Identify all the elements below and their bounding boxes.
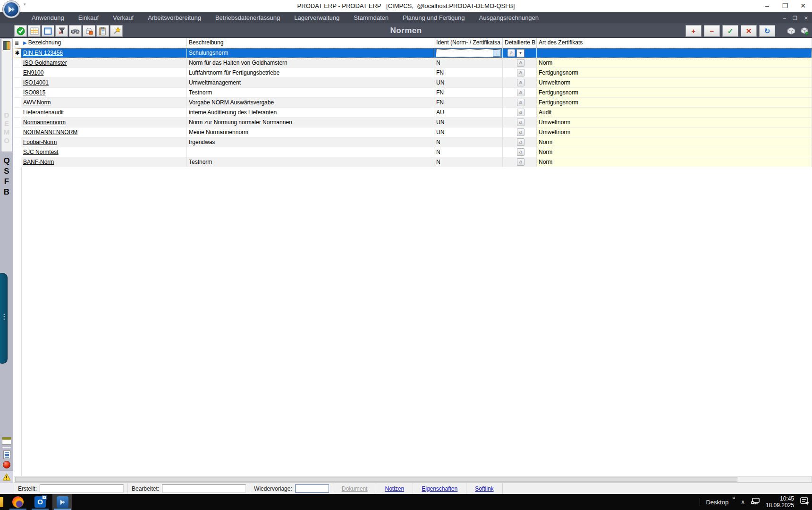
mdi-minimize-button[interactable]: –	[783, 12, 786, 24]
tray-clock[interactable]: 10:45 18.09.2025	[766, 495, 794, 509]
row-marker[interactable]	[14, 118, 21, 128]
detail-text-button[interactable]: a	[517, 89, 524, 96]
cell-art[interactable]: Norm	[537, 147, 812, 157]
ident-edit-input[interactable]: ...	[436, 49, 501, 57]
cell-beschreibung[interactable]: Luftfahrtnorm für Fertigungsbetriebe	[187, 68, 434, 78]
cell-detailierte[interactable]: a	[503, 108, 537, 118]
row-marker[interactable]	[14, 88, 21, 98]
cell-beschreibung[interactable]: Schulungsnorm	[187, 48, 434, 58]
table-row[interactable]: Lieferantenauditinterne Auditierung des …	[14, 108, 812, 118]
collapsed-panel-handle[interactable]: ●●●	[0, 273, 8, 364]
bezeichnung-link[interactable]: ISO0815	[23, 88, 45, 97]
cell-beschreibung[interactable]: Norm zur Normung normaler Normannen	[187, 118, 434, 128]
restore-button[interactable]: ❐	[776, 0, 794, 12]
wizard-button[interactable]	[110, 25, 123, 37]
cell-detailierte[interactable]: a	[503, 147, 537, 157]
table-row[interactable]: AWV.NormVorgabe NORM AuswärtsvergabeFNaF…	[14, 98, 812, 108]
horizontal-scrollbar-thumb[interactable]	[15, 477, 737, 482]
cell-beschreibung[interactable]: Norm für das Halten von Goldhamstern	[187, 58, 434, 68]
cell-art[interactable]: Umweltnorm	[537, 78, 812, 88]
folder-taskbar-icon[interactable]	[0, 497, 3, 507]
form-view-button[interactable]	[42, 25, 54, 37]
cell-art[interactable]: Umweltnorm	[537, 128, 812, 137]
document-list-button[interactable]	[1, 450, 12, 459]
eigenschaften-link[interactable]: Eigenschaften	[417, 485, 462, 492]
cell-detailierte[interactable]: a	[503, 78, 537, 88]
row-marker[interactable]	[14, 137, 21, 147]
quick-access-icon[interactable]: ▾	[24, 2, 26, 7]
desktop-toolbar[interactable]: Desktop »	[706, 499, 735, 506]
menu-item-2[interactable]: Einkauf	[71, 12, 106, 24]
cell-detailierte[interactable]: a▾	[503, 48, 537, 58]
cell-art[interactable]: Norm	[537, 137, 812, 147]
row-marker[interactable]: ✱	[14, 48, 21, 58]
cell-art[interactable]: Fertigungsnorm	[537, 88, 812, 98]
row-selector-header[interactable]: ≣	[14, 38, 21, 48]
warning-button[interactable]	[0, 470, 13, 483]
row-marker[interactable]	[14, 157, 21, 167]
menu-item-5[interactable]: Betriebsdatenerfassung	[208, 12, 287, 24]
cell-beschreibung[interactable]: Meine Normannennorm	[187, 128, 434, 137]
window-preview-button[interactable]	[1, 437, 12, 445]
bezeichnung-link[interactable]: DIN EN 123456	[23, 48, 63, 58]
dokument-link[interactable]: Dokument	[337, 485, 372, 492]
detail-text-button[interactable]: a	[517, 119, 524, 126]
table-row[interactable]: NORMANNENNORMMeine NormannennormUNaUmwel…	[14, 128, 812, 137]
cell-beschreibung[interactable]: Testnorm	[187, 157, 434, 167]
menu-item-6[interactable]: Lagerverwaltung	[287, 12, 347, 24]
table-row[interactable]: NormannennormNorm zur Normung normaler N…	[14, 118, 812, 128]
cell-detailierte[interactable]: a	[503, 58, 537, 68]
network-tray-icon[interactable]	[751, 497, 760, 507]
search-button[interactable]	[69, 25, 82, 37]
remove-filter-button[interactable]: ✕	[55, 25, 68, 37]
table-row[interactable]: SJC NormtestNaNorm	[14, 147, 812, 157]
bezeichnung-link[interactable]: ISO14001	[23, 78, 49, 87]
row-marker[interactable]	[14, 68, 21, 78]
horizontal-scrollbar[interactable]	[14, 476, 812, 483]
table-row[interactable]: ISO0815TestnormFNaFertigungsnorm	[14, 88, 812, 98]
cell-detailierte[interactable]: a	[503, 98, 537, 108]
add-row-button[interactable]: +	[685, 25, 702, 37]
table-row[interactable]: EN9100Luftfahrtnorm für Fertigungsbetrie…	[14, 68, 812, 78]
menu-item-4[interactable]: Arbeitsvorbereitung	[141, 12, 208, 24]
cell-art[interactable]: Norm	[537, 157, 812, 167]
cube-run-button[interactable]	[799, 25, 811, 37]
row-marker[interactable]	[14, 108, 21, 118]
column-header-beschreibung[interactable]: Beschreibung	[187, 38, 434, 48]
bezeichnung-link[interactable]: SJC Normtest	[23, 147, 59, 157]
detail-dropdown-button[interactable]: ▾	[516, 49, 524, 57]
refresh-button[interactable]: ↻	[759, 25, 775, 37]
prodat-taskbar-button[interactable]	[52, 494, 72, 510]
cell-ident[interactable]: ...	[434, 48, 503, 58]
row-marker[interactable]	[14, 58, 21, 68]
table-row[interactable]: ISO GoldhamsterNorm für das Halten von G…	[14, 58, 812, 68]
close-button[interactable]: ✕	[794, 0, 812, 12]
bezeichnung-link[interactable]: Normannennorm	[23, 118, 66, 127]
bezeichnung-link[interactable]: AWV.Norm	[23, 98, 51, 107]
cell-detailierte[interactable]: a	[503, 118, 537, 128]
cell-beschreibung[interactable]: Testnorm	[187, 88, 434, 98]
bezeichnung-link[interactable]: NORMANNENNORM	[23, 128, 77, 137]
row-marker[interactable]	[14, 147, 21, 157]
cell-ident[interactable]: UN	[434, 78, 503, 88]
mdi-close-button[interactable]: ✕	[804, 12, 808, 24]
mdi-restore-button[interactable]: ❐	[793, 12, 797, 24]
menu-item-3[interactable]: Verkauf	[106, 12, 141, 24]
table-row[interactable]: Foobar-NormIrgendwasNaNorm	[14, 137, 812, 147]
detail-text-button[interactable]: a	[517, 99, 524, 106]
row-marker[interactable]	[14, 78, 21, 88]
softlink-link[interactable]: Softlink	[470, 485, 498, 492]
cancel-button[interactable]: ✕	[741, 25, 757, 37]
cell-ident[interactable]: FN	[434, 98, 503, 108]
menu-item-7[interactable]: Stammdaten	[347, 12, 396, 24]
bezeichnung-link[interactable]: Foobar-Norm	[23, 137, 57, 147]
table-row[interactable]: BANF-NormTestnormNaNorm	[14, 157, 812, 167]
prodat-logo-icon[interactable]	[3, 1, 20, 18]
cell-art[interactable]: Fertigungsnorm	[537, 68, 812, 78]
bearbeitet-field[interactable]	[162, 484, 246, 493]
cell-ident[interactable]: FN	[434, 68, 503, 78]
detail-text-button[interactable]: a	[517, 59, 524, 67]
table-row[interactable]: ✱DIN EN 123456Schulungsnorm...a▾	[14, 48, 812, 58]
cell-beschreibung[interactable]: Vorgabe NORM Auswärtsvergabe	[187, 98, 434, 108]
outlook-taskbar-button[interactable]: O✓	[30, 494, 50, 510]
